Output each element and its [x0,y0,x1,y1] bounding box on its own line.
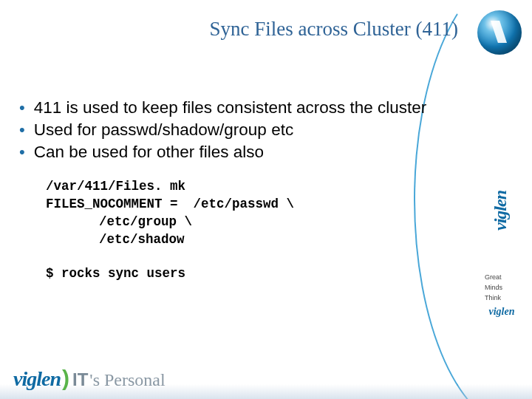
bullet-icon: • [19,142,25,163]
code-line: /etc/shadow [46,231,458,248]
slide-title: Sync Files across Cluster (411) [0,18,466,41]
bullet-icon: • [19,120,25,140]
side-tag-line: Minds [485,282,520,293]
footer: viglen ) IT 's Personal [0,362,532,399]
bullet-text: Can be used for other files also [34,142,264,163]
code-block: /var/411/Files. mk FILES_NOCOMMENT = /et… [46,177,458,248]
bullet-item: • 411 is used to keep files consistent a… [19,98,458,118]
footer-brand: viglen ) IT 's Personal [13,366,166,391]
code-line: FILES_NOCOMMENT = /etc/passwd \ [46,197,294,211]
brand-sphere-icon [477,10,522,55]
slide: Sync Files across Cluster (411) • 411 is… [0,0,532,399]
side-brand-word: viglen [491,155,511,266]
bullet-item: • Can be used for other files also [19,142,458,163]
side-brand-panel: viglen Great Minds Think viglen [480,155,520,318]
bullet-icon: • [19,98,25,118]
bullet-item: • Used for passwd/shadow/group etc [19,120,458,140]
code-line: /var/411/Files. mk [46,179,185,194]
side-tag-line: Great [485,272,520,282]
bullet-text: 411 is used to keep files consistent acr… [34,98,427,118]
paren-icon: ) [62,366,69,391]
bullet-text: Used for passwd/shadow/group etc [34,120,293,140]
side-brand-small-logo: viglen [483,306,520,318]
footer-brand-it: IT [72,369,88,390]
code-line: /etc/group \ [46,213,458,231]
footer-brand-tagline: 's Personal [89,370,165,390]
slide-content: • 411 is used to keep files consistent a… [19,98,458,281]
side-tag-line: Think [485,293,520,303]
footer-brand-name: viglen [13,367,61,391]
command-line: $ rocks sync users [46,266,458,281]
